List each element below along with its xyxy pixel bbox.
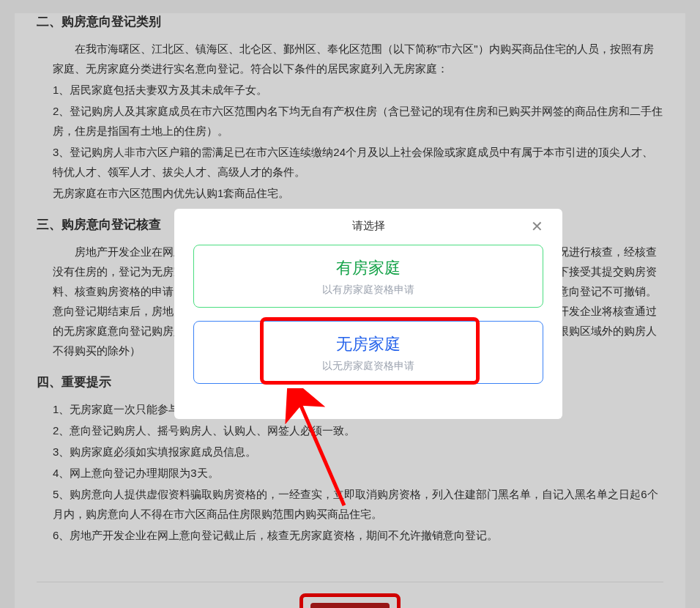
option-has-house[interactable]: 有房家庭 以有房家庭资格申请 [193,245,543,308]
close-icon[interactable]: ✕ [531,219,543,234]
modal-title: 请选择 [352,219,385,231]
option-no-house-sub: 以无房家庭资格申请 [194,360,543,373]
option-has-house-title: 有房家庭 [194,257,543,279]
option-has-house-sub: 以有房家庭资格申请 [194,283,543,297]
modal-header: 请选择 ✕ [193,219,543,233]
option-no-house[interactable]: 无房家庭 以无房家庭资格申请 [193,321,543,384]
choice-modal: 请选择 ✕ 有房家庭 以有房家庭资格申请 无房家庭 以无房家庭资格申请 [174,209,562,419]
option-no-house-title: 无房家庭 [194,333,543,355]
